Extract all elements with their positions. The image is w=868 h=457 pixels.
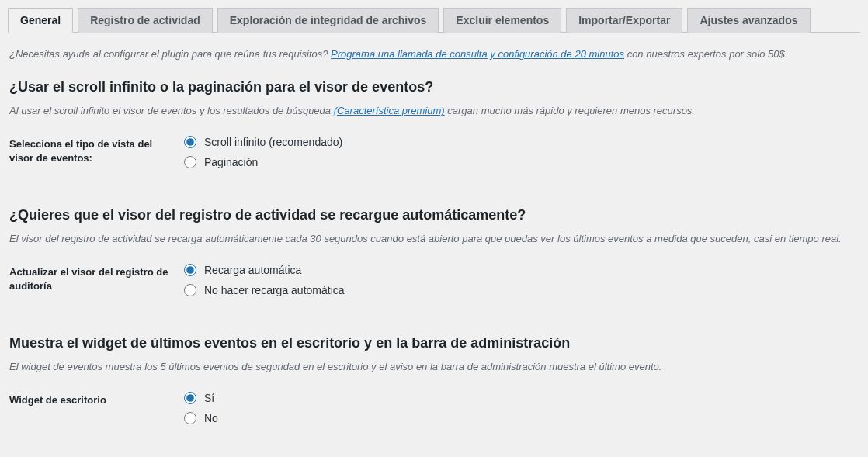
- radio-widget-yes[interactable]: [184, 392, 196, 404]
- section1-desc: Al usar el scroll infinito el visor de e…: [9, 105, 859, 116]
- section1-desc-prefix: Al usar el scroll infinito el visor de e…: [9, 105, 334, 116]
- tab-import-export[interactable]: Importar/Exportar: [566, 8, 682, 33]
- radio-no-refresh[interactable]: [184, 284, 196, 296]
- radio-auto-refresh[interactable]: [184, 264, 196, 276]
- field-dashboard-widget-options: Sí No: [184, 392, 859, 432]
- field-auto-refresh-options: Recarga automática No hacer recarga auto…: [184, 264, 859, 304]
- radio-widget-no[interactable]: [184, 412, 196, 424]
- field-dashboard-widget-label: Widget de escritorio: [9, 392, 184, 432]
- radio-auto-refresh-label[interactable]: Recarga automática: [204, 264, 301, 276]
- help-text: ¿Necesitas ayuda al configurar el plugin…: [9, 48, 859, 60]
- radio-infinite-scroll[interactable]: [184, 136, 196, 148]
- section2-desc: El visor del registro de actividad se re…: [9, 233, 859, 244]
- field-auto-refresh-label: Actualizar el visor del registro de audi…: [9, 264, 184, 304]
- help-link[interactable]: Programa una llamada de consulta y confi…: [331, 48, 624, 60]
- section2-heading: ¿Quieres que el visor del registro de ac…: [9, 207, 859, 223]
- field-dashboard-widget: Widget de escritorio Sí No: [9, 392, 859, 432]
- radio-no-refresh-label[interactable]: No hacer recarga automática: [204, 284, 345, 296]
- section3-desc: El widget de eventos muestra los 5 últim…: [9, 361, 859, 372]
- field-view-type-label: Selecciona el tipo de vista del visor de…: [9, 136, 184, 176]
- section1-desc-suffix: cargan mucho más rápido y requieren meno…: [445, 105, 695, 116]
- help-suffix: con nuestros expertos por solo 50$.: [624, 48, 787, 60]
- section1-heading: ¿Usar el scroll infinito o la paginación…: [9, 79, 859, 95]
- field-auto-refresh: Actualizar el visor del registro de audi…: [9, 264, 859, 304]
- tab-exclude[interactable]: Excluir elementos: [443, 8, 561, 33]
- content-area: ¿Necesitas ayuda al configurar el plugin…: [8, 33, 860, 432]
- tab-file-integrity[interactable]: Exploración de integridad de archivos: [217, 8, 439, 33]
- radio-pagination-label[interactable]: Paginación: [204, 156, 258, 168]
- help-prefix: ¿Necesitas ayuda al configurar el plugin…: [9, 48, 331, 60]
- radio-infinite-scroll-label[interactable]: Scroll infinito (recomendado): [204, 136, 342, 148]
- radio-widget-no-label[interactable]: No: [204, 412, 218, 424]
- field-view-type-options: Scroll infinito (recomendado) Paginación: [184, 136, 859, 176]
- tab-activity-log[interactable]: Registro de actividad: [78, 8, 213, 33]
- section3-heading: Muestra el widget de últimos eventos en …: [9, 335, 859, 351]
- tabs-nav: General Registro de actividad Exploració…: [8, 8, 860, 33]
- tab-general[interactable]: General: [8, 8, 73, 33]
- premium-feature-link[interactable]: (Característica premium): [334, 105, 445, 116]
- radio-widget-yes-label[interactable]: Sí: [204, 392, 214, 404]
- radio-pagination[interactable]: [184, 156, 196, 168]
- field-view-type: Selecciona el tipo de vista del visor de…: [9, 136, 859, 176]
- tab-advanced[interactable]: Ajustes avanzados: [687, 8, 810, 33]
